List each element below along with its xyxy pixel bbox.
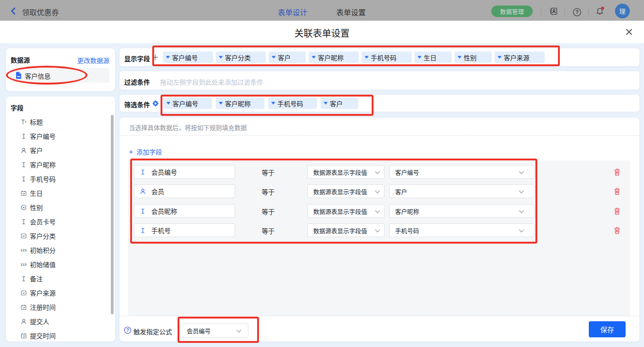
svg-text:?: ?: [575, 9, 579, 15]
svg-text:?: ?: [126, 328, 129, 333]
